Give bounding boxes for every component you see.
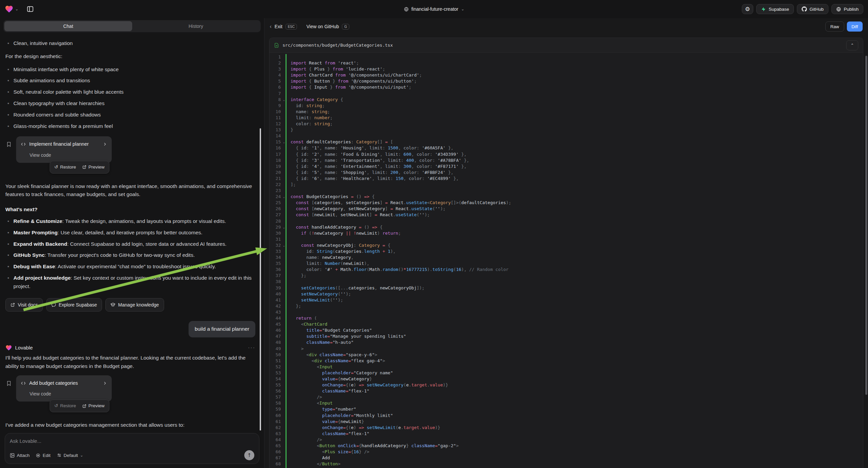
code-lines: import React from 'react';import { Plus …	[286, 54, 863, 468]
chat-scrollbar-thumb[interactable]	[260, 128, 261, 430]
code-line: import ChartCard from '@/components/ui/C…	[290, 72, 863, 78]
code-line: setNewLimit('');	[290, 297, 863, 303]
code-line: className="flex-1"	[290, 431, 863, 437]
publish-button[interactable]: Publish	[831, 4, 863, 14]
fold-chevron-icon[interactable]: ⌄	[283, 97, 285, 103]
more-menu-icon[interactable]: ···	[248, 344, 255, 352]
file-header[interactable]: src/components/budget/BudgetCategories.t…	[270, 38, 863, 53]
gutter-line: 53	[270, 370, 285, 376]
bookmark-icon[interactable]	[6, 141, 12, 148]
collapse-file-button[interactable]: ⌃	[846, 40, 858, 50]
preview-button[interactable]: Preview	[82, 402, 105, 410]
code-line: color: '#' + Math.floor(Math.random()*16…	[290, 267, 863, 273]
attach-button[interactable]: Attach	[10, 453, 30, 458]
code-line: import React from 'react';	[290, 60, 863, 66]
file-diff-card: src/components/budget/BudgetCategories.t…	[269, 38, 863, 468]
code-line: id: string;	[290, 103, 863, 109]
code-scrollbar-thumb[interactable]	[865, 56, 867, 395]
github-button[interactable]: GitHub	[797, 4, 829, 14]
explore-supabase-button[interactable]: Explore Supabase	[46, 298, 102, 312]
settings-button[interactable]: ⚙	[742, 4, 753, 14]
manage-knowledge-button[interactable]: Manage knowledge	[105, 298, 164, 312]
gutter-line: 52	[270, 364, 285, 370]
gutter-line: 39	[270, 285, 285, 291]
view-on-github-button[interactable]: View on GitHub G	[306, 24, 349, 30]
gear-icon: ⚙	[745, 6, 750, 12]
tab-chat[interactable]: Chat	[4, 21, 132, 31]
code-line	[290, 218, 863, 224]
visit-docs-button[interactable]: Visit docs	[5, 298, 43, 312]
assistant-name: Lovable	[15, 344, 33, 352]
fold-chevron-icon[interactable]: ⌄	[283, 194, 285, 200]
model-default-dropdown[interactable]: Default ⌄	[57, 453, 84, 458]
list-item: Minimalist interface with plenty of whit…	[5, 65, 255, 74]
bookmark-icon[interactable]	[6, 380, 12, 387]
code-change-card[interactable]: Implement financial planner View code	[16, 136, 112, 163]
list-item: Clean typography with clear hierarchies	[5, 99, 255, 108]
preview-button[interactable]: Preview	[82, 164, 105, 171]
view-code-link[interactable]: View code	[30, 151, 107, 159]
topbar: ⌄ financial-future-creator ⌄ ⚙ Supabase …	[0, 0, 868, 18]
gutter-line: 8⌄	[270, 97, 285, 103]
code-line: placeholder="Monthly limit"	[290, 413, 863, 419]
code-change-card[interactable]: Add budget categories View code	[16, 375, 112, 402]
code-line: const newCategoryObj: Category = {	[290, 242, 863, 248]
code-line: import { Input } from '@/components/ui/i…	[290, 84, 863, 90]
code-line: title="Budget Categories"	[290, 327, 863, 333]
code-line: />	[290, 394, 863, 400]
code-line: const handleAddCategory = () => {	[290, 224, 863, 230]
fold-chevron-icon[interactable]: ⌄	[283, 224, 285, 230]
restore-button[interactable]: ↺ Restore	[54, 402, 76, 410]
gutter-line: 41	[270, 297, 285, 303]
project-name: financial-future-creator	[411, 6, 458, 12]
tab-history[interactable]: History	[132, 21, 260, 31]
chat-history-tabs: Chat History	[3, 20, 261, 32]
arrow-up-icon: ↑	[247, 452, 252, 458]
supabase-button[interactable]: Supabase	[756, 4, 794, 14]
send-button[interactable]: ↑	[244, 450, 254, 460]
code-line: limit: Number(newLimit),	[290, 261, 863, 267]
code-line: { id: '3', name: 'Transportation', limit…	[290, 157, 863, 164]
code-line: name: newCategory,	[290, 255, 863, 261]
view-code-link[interactable]: View code	[30, 390, 107, 398]
diff-toggle-button[interactable]: Diff	[847, 22, 863, 32]
gutter-line: 24⌄	[270, 194, 285, 200]
gutter-line: 65	[270, 443, 285, 449]
gutter-line: 63	[270, 431, 285, 437]
chat-input[interactable]	[10, 438, 254, 450]
list-item: Clean, intuitive navigation	[5, 39, 255, 48]
exit-button[interactable]: ‹ Exit ESC	[270, 24, 297, 30]
code-line: placeholder="Category name"	[290, 370, 863, 376]
restore-preview-pill: ↺ Restore Preview	[50, 161, 110, 174]
gutter-line: 13	[270, 127, 285, 133]
raw-toggle-button[interactable]: Raw	[826, 22, 844, 32]
list-item: Add project knowledge: Set key context o…	[5, 274, 255, 291]
code-line: const [newLimit, setNewLimit] = React.us…	[290, 212, 863, 218]
fold-chevron-icon[interactable]: ⌄	[283, 242, 285, 248]
chat-message-list: Clean, intuitive navigation For the desi…	[0, 34, 264, 430]
external-link-icon	[10, 302, 15, 307]
tool-card-add-budget-categories: Add budget categories View code ↺ Restor…	[5, 375, 255, 412]
file-path: src/components/budget/BudgetCategories.t…	[282, 42, 393, 48]
code-line: onChange={(e) => setNewCategory(e.target…	[290, 382, 863, 388]
lovable-logo-menu[interactable]: ⌄	[5, 5, 19, 13]
restore-button[interactable]: ↺ Restore	[54, 164, 76, 171]
code-line: subtitle="Manage your spending limits"	[290, 333, 863, 340]
gutter-line: 47	[270, 333, 285, 340]
code-line: Add	[290, 455, 863, 461]
code-line: { id: '2', name: 'Food & Dining', limit:…	[290, 151, 863, 157]
list-item: GitHub Sync: Transfer your project's cod…	[5, 251, 255, 260]
code-line	[290, 91, 863, 97]
project-switcher[interactable]: financial-future-creator ⌄	[404, 6, 464, 12]
toggle-sidebar-button[interactable]	[25, 3, 36, 15]
code-icon	[21, 381, 26, 386]
card-title: Implement financial planner	[29, 140, 89, 148]
gutter-line: 4	[270, 72, 285, 78]
edit-button[interactable]: Edit	[36, 453, 50, 458]
esc-shortcut-key: ESC	[285, 24, 297, 30]
fold-chevron-icon[interactable]: ⌄	[283, 139, 285, 145]
code-line: import { Button } from '@/components/ui/…	[290, 78, 863, 84]
assistant-paragraph: I'll help you add budget categories to t…	[5, 354, 255, 371]
gutter-line: 3	[270, 66, 285, 72]
code-line: value={newCategory}	[290, 376, 863, 382]
